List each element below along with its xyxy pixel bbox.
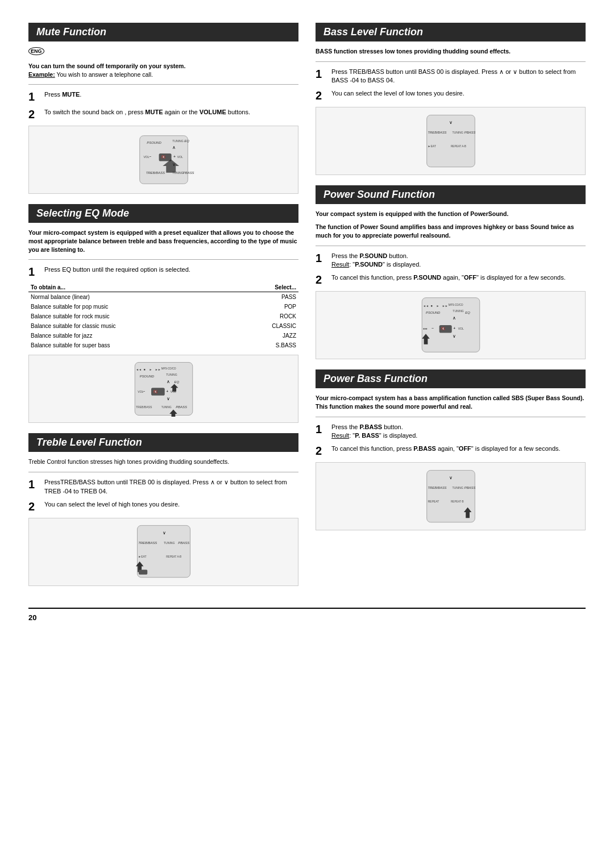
svg-text:−: − — [143, 389, 145, 393]
svg-text:REPEAT·B: REPEAT·B — [451, 500, 464, 503]
svg-text:TREB/BASS: TREB/BASS — [428, 131, 446, 134]
svg-text:TUNING: TUNING — [452, 486, 463, 489]
eq-option-label: Balance suitable for pop music — [28, 302, 233, 312]
svg-text:TUNING: TUNING — [452, 131, 463, 134]
power-bass-title: Power Bass Function — [316, 369, 586, 388]
svg-text:🔇: 🔇 — [154, 389, 158, 394]
eq-table-row: Balance suitable for super bassS.BASS — [28, 340, 298, 350]
bass-step-2: 2 You can select the level of low tones … — [316, 89, 586, 102]
power-sound-step-1: 1 Press the P.SOUND button.Result: "P.SO… — [316, 252, 586, 269]
left-column: Mute Function ENG You can turn the sound… — [28, 23, 298, 596]
eng-badge: ENG — [28, 47, 44, 55]
power-sound-intro1: Your compact system is equipped with the… — [316, 210, 586, 218]
svg-text:+: + — [453, 327, 455, 331]
svg-text:∧: ∧ — [167, 379, 170, 384]
svg-text:∨: ∨ — [163, 530, 166, 536]
page-number: 20 — [28, 608, 586, 622]
svg-text:🔇: 🔇 — [441, 327, 446, 331]
svg-text:VOL: VOL — [170, 390, 176, 393]
svg-text:►: ► — [436, 304, 439, 308]
svg-text:REPEAT: REPEAT — [428, 500, 439, 503]
bass-level-title: Bass Level Function — [316, 23, 586, 41]
eq-mode-section: Selecting EQ Mode Your micro-compact sys… — [28, 204, 298, 423]
power-sound-step-2: 2 To cancel this function, press P.SOUND… — [316, 273, 586, 286]
svg-text:►EAT: ►EAT — [428, 144, 435, 148]
svg-text:∧: ∧ — [453, 315, 456, 321]
svg-text:REPEAT A-B: REPEAT A-B — [166, 555, 181, 558]
eq-table-row: Balance suitable for classic musicCLASSI… — [28, 321, 298, 331]
svg-text:PBASS: PBASS — [178, 542, 189, 545]
svg-text:∨: ∨ — [167, 396, 170, 402]
power-bass-section: Power Bass Function Your micro-compact s… — [316, 369, 586, 530]
eq-option-value: S.BASS — [233, 340, 298, 350]
eq-option-value: JAZZ — [233, 331, 298, 340]
mute-remote-image: PSOUND TUNING EQ ∧ VOL − 🔇 + VOL ∨ TREB/… — [28, 126, 298, 194]
svg-text:PBASS: PBASS — [176, 405, 187, 409]
svg-text:►►: ►► — [442, 304, 447, 308]
eq-step-1: 1 Press EQ button until the required opt… — [28, 265, 298, 279]
svg-text:♦♦♦: ♦♦♦ — [422, 327, 427, 331]
treble-remote-image: ∨ TREB/BASS TUNING PBASS ►EAT REPEAT A-B — [28, 518, 298, 586]
power-sound-section: Power Sound Function Your compact system… — [316, 185, 586, 359]
eq-table-row: Balance suitable for jazzJAZZ — [28, 331, 298, 340]
treble-level-section: Treble Level Function Treble Control fun… — [28, 433, 298, 585]
power-bass-intro: Your micro-compact system has a bass amp… — [316, 394, 586, 410]
power-sound-intro2: The function of Power Sound amplifies ba… — [316, 223, 586, 239]
treble-remote-svg: ∨ TREB/BASS TUNING PBASS ►EAT REPEAT A-B — [101, 522, 226, 582]
svg-text:PSOUND: PSOUND — [139, 375, 154, 378]
power-bass-step-2: 2 To cancel this function, press P.BASS … — [316, 445, 586, 458]
svg-text:VOL: VOL — [458, 327, 463, 331]
power-bass-remote-image: ∨ TREB/BASS TUNING PBASS REPEAT REPEAT·B — [316, 462, 586, 530]
svg-text:∨: ∨ — [449, 119, 453, 125]
eq-table: To obtain a... Select... Normal balance … — [28, 283, 298, 350]
svg-text:TUNING: TUNING — [164, 542, 175, 545]
svg-text:PBASS: PBASS — [182, 172, 194, 175]
eq-remote-svg: ◄◄ ■ ► ►► MP3-CD/CD PSOUND TUNING ∧ EQ V… — [101, 358, 226, 420]
eq-col-select: Select... — [233, 283, 298, 292]
eq-option-value: CLASSIC — [233, 321, 298, 331]
eq-option-label: Balance suitable for jazz — [28, 331, 233, 340]
power-bass-step-1: 1 Press the P.BASS button.Result: "P. BA… — [316, 423, 586, 441]
svg-text:TUNING: TUNING — [172, 139, 183, 143]
svg-text:REPEAT A-B: REPEAT A-B — [451, 145, 466, 148]
svg-rect-46 — [139, 570, 147, 575]
svg-text:TREB/BASS: TREB/BASS — [138, 542, 157, 545]
eq-option-label: Normal balance (linear) — [28, 292, 233, 302]
eq-option-label: Balance suitable for classic music — [28, 321, 233, 331]
svg-text:PSOUND: PSOUND — [426, 311, 441, 314]
svg-text:EQ: EQ — [465, 311, 470, 314]
bass-remote-image: ∨ TREB/BASS TUNING PBASS ►EAT REPEAT A-B — [316, 107, 586, 175]
bass-remote-svg: ∨ TREB/BASS TUNING PBASS ►EAT REPEAT A-B — [388, 111, 513, 171]
eq-option-value: POP — [233, 302, 298, 312]
eq-option-value: ROCK — [233, 312, 298, 321]
svg-text:∨: ∨ — [449, 475, 453, 480]
svg-text:►►: ►► — [155, 368, 160, 371]
svg-text:►: ► — [149, 368, 152, 371]
eq-remote-image: ◄◄ ■ ► ►► MP3-CD/CD PSOUND TUNING ∧ EQ V… — [28, 355, 298, 423]
svg-text:∧: ∧ — [172, 144, 176, 150]
treble-step-1: 1 PressTREB/BASS button until TREB 00 is… — [28, 478, 298, 496]
svg-text:■: ■ — [430, 304, 432, 308]
svg-text:TUNING: TUNING — [166, 373, 177, 377]
eq-intro: Your micro-compact system is equipped wi… — [28, 229, 298, 254]
svg-text:−: − — [432, 327, 434, 331]
svg-text:MP3-CD/CD: MP3-CD/CD — [161, 368, 176, 371]
svg-text:VOL: VOL — [143, 156, 149, 159]
svg-text:MP3-CD/CD: MP3-CD/CD — [448, 304, 463, 306]
svg-text:PBASS: PBASS — [464, 486, 475, 489]
svg-text:◄◄: ◄◄ — [422, 304, 428, 308]
eq-option-value: PASS — [233, 292, 298, 302]
mute-remote-svg: PSOUND TUNING EQ ∧ VOL − 🔇 + VOL ∨ TREB/… — [101, 131, 226, 188]
svg-text:TREB/BASS: TREB/BASS — [146, 172, 164, 175]
treble-level-title: Treble Level Function — [28, 433, 298, 452]
svg-text:TREB/BASS: TREB/BASS — [135, 405, 152, 409]
svg-text:◄◄: ◄◄ — [135, 368, 141, 371]
power-sound-remote-svg: ◄◄ ■ ► ►► MP3-CD/CD PSOUND TUNING EQ ∧ ♦… — [388, 294, 513, 356]
eq-option-label: Balance suitable for rock music — [28, 312, 233, 321]
eq-table-row: Balance suitable for pop musicPOP — [28, 302, 298, 312]
svg-text:VOL: VOL — [177, 156, 182, 159]
svg-text:PSOUND: PSOUND — [147, 141, 161, 144]
svg-text:+: + — [173, 155, 175, 159]
mute-function-title: Mute Function — [28, 23, 298, 41]
svg-text:TUNING: TUNING — [161, 406, 171, 409]
